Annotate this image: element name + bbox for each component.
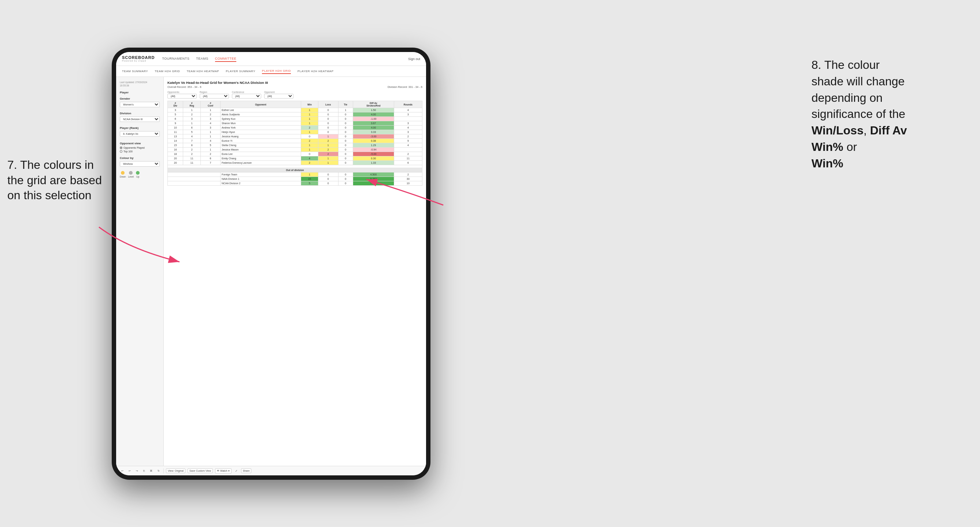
- colour-by-title: Colour by: [120, 156, 160, 160]
- table-row: 1063 Andrea York 2 0 0 4.00 4: [168, 125, 422, 130]
- filter-region: Region (All): [200, 91, 229, 98]
- right-panel: Katelyn Vo Head-to-Head Grid for Women's…: [164, 77, 426, 466]
- sub-nav-player-h2h-grid[interactable]: PLAYER H2H GRID: [262, 68, 291, 74]
- col-rounds: Rounds: [394, 101, 422, 108]
- table-row: 1341 Jessica Huang 0 1 0 -3.00 2: [168, 134, 422, 139]
- nav-sign-out[interactable]: Sign out: [408, 57, 420, 61]
- filters-row: Opponents: (All) Region (All) Conference: [167, 91, 422, 98]
- annotation-left: 7. The colours in the grid are based on …: [7, 157, 103, 203]
- sub-nav-player-summary[interactable]: PLAYER SUMMARY: [226, 69, 255, 74]
- toolbar-divider-1: [163, 468, 164, 473]
- opponent-filter-select[interactable]: (All): [264, 94, 293, 98]
- bottom-toolbar: ↩ ↩ ↪ ⎘ ⌘ ↻ View: Original Save Custom V…: [116, 466, 426, 475]
- player-rank-label: Player (Rank): [120, 126, 160, 130]
- table-row: 1822 Euna Lee 0 2 0 -5.00 2: [168, 152, 422, 156]
- last-updated: Last Updated: 27/03/2024 16:55:38: [120, 81, 160, 87]
- table-row: Foreign Team 1 0 0 4.500 2: [168, 173, 422, 177]
- opponent-view-radio-group: Opponents Played Top 100: [120, 146, 160, 153]
- radio-dot-top100: [120, 150, 123, 153]
- division-label: Division: [120, 112, 160, 115]
- annotation-right: 8. The colour shade will change dependin…: [811, 57, 958, 172]
- legend-dot-level: [129, 171, 133, 175]
- table-row: NAIA Division 1 15 0 0 9.267 30: [168, 177, 422, 181]
- table-row: 1621 Jessica Mason 1 2 0 -0.94: [168, 148, 422, 152]
- division-select[interactable]: NCAA Division III: [120, 116, 160, 122]
- col-tie: Tie: [338, 101, 353, 108]
- nav-teams[interactable]: TEAMS: [196, 56, 208, 62]
- col-reg: #Reg: [183, 101, 201, 108]
- sub-nav-team-summary[interactable]: TEAM SUMMARY: [122, 69, 148, 74]
- legend-dot-down: [121, 171, 124, 175]
- gender-select[interactable]: Women's: [120, 102, 160, 107]
- out-of-division-header: Out of division: [168, 168, 422, 173]
- table-row: 20117 Federica Domecq Lacroze 2 1 0 1.33…: [168, 161, 422, 165]
- filter-opponents: Opponents: (All): [167, 91, 197, 98]
- table-row: 20116 Emily Chang 4 1 0 0.30 11: [168, 156, 422, 161]
- nav-items: TOURNAMENTS TEAMS COMMITTEE: [162, 56, 408, 62]
- logo: SCOREBOARD Powered by clippd: [122, 55, 154, 62]
- col-div: #Div: [168, 101, 183, 108]
- col-opponent: Opponent: [220, 101, 301, 108]
- opponent-view-title: Opponent view: [120, 142, 160, 145]
- opponents-played-radio[interactable]: Opponents Played: [120, 146, 160, 149]
- opponents-filter-select[interactable]: (All): [167, 94, 197, 98]
- region-filter-select[interactable]: (All): [200, 94, 229, 98]
- refresh-btn[interactable]: ↻: [156, 469, 161, 473]
- nav-bar: SCOREBOARD Powered by clippd TOURNAMENTS…: [116, 52, 426, 66]
- redo-btn[interactable]: ↩: [127, 469, 132, 473]
- legend-down: Down: [120, 171, 126, 178]
- tablet-screen: SCOREBOARD Powered by clippd TOURNAMENTS…: [116, 52, 426, 475]
- share-btn[interactable]: Share: [241, 468, 252, 473]
- col-win: Win: [301, 101, 318, 108]
- nav-right: Sign out: [408, 57, 420, 61]
- grid-title: Katelyn Vo Head-to-Head Grid for Women's…: [167, 81, 422, 84]
- division-record: Division Record: 331 - 34 - 6: [388, 85, 422, 89]
- table-row: 1585 Stella Cheng 1 1 0 1.29 4: [168, 143, 422, 148]
- table-row: 522 Alexis Sudjianto 1 0 0 4.00 3: [168, 113, 422, 117]
- legend-dot-up: [136, 171, 140, 175]
- table-row: 1151 Heejo Hyun 1 0 0 3.33 3: [168, 130, 422, 134]
- nav-committee[interactable]: COMMITTEE: [215, 56, 237, 62]
- share-icon-btn[interactable]: ⤢: [234, 469, 239, 473]
- table-row: 1474 Eunice Yi 2 2 0 0.38 9: [168, 139, 422, 143]
- col-loss: Loss: [318, 101, 338, 108]
- copy-btn[interactable]: ⎘: [142, 469, 146, 473]
- col-conf: #Conf: [200, 101, 220, 108]
- col-diff: Diff AvStrokes/Rnd: [353, 101, 394, 108]
- player-rank-select[interactable]: 8. Katelyn Vo: [120, 131, 160, 137]
- paste-btn[interactable]: ⌘: [148, 469, 154, 473]
- tablet-device: SCOREBOARD Powered by clippd TOURNAMENTS…: [112, 48, 431, 480]
- legend-level: Level: [128, 171, 134, 178]
- sub-nav-team-h2h-heatmap[interactable]: TEAM H2H HEATMAP: [186, 69, 219, 74]
- gender-label: Gender: [120, 97, 160, 100]
- table-row: 311 Esther Lee 1 0 1 1.50 4: [168, 108, 422, 113]
- undo-btn[interactable]: ↩: [120, 469, 125, 473]
- player-section-title: Player: [120, 91, 160, 94]
- sub-nav: TEAM SUMMARY TEAM H2H GRID TEAM H2H HEAT…: [116, 66, 426, 77]
- table-row-empty: [168, 165, 422, 168]
- main-content: Last Updated: 27/03/2024 16:55:38 Player…: [116, 77, 426, 466]
- table-row: 633 Sydney Kuo 1 0 0 -1.00: [168, 117, 422, 121]
- sub-nav-team-h2h-grid[interactable]: TEAM H2H GRID: [154, 69, 180, 74]
- filter-conference: Conference (All): [232, 91, 261, 98]
- conference-filter-select[interactable]: (All): [232, 94, 261, 98]
- table-row: NCAA Division 2 5 0 0 7.400 10: [168, 181, 422, 186]
- redo2-btn[interactable]: ↪: [134, 469, 140, 473]
- overall-record: Overall Record: 353 - 34 - 6: [167, 85, 202, 89]
- table-row: 914 Sharon Mun 1 0 0 3.67 3: [168, 121, 422, 125]
- view-original-btn[interactable]: View: Original: [166, 468, 185, 473]
- legend-up: Up: [136, 171, 140, 178]
- save-custom-btn[interactable]: Save Custom View: [188, 468, 213, 473]
- top-100-radio[interactable]: Top 100: [120, 150, 160, 153]
- watch-btn[interactable]: 👁 Watch ▾: [215, 468, 232, 473]
- h2h-table: #Div #Reg #Conf Opponent Win Loss Tie Di…: [167, 101, 422, 186]
- filter-opponent: Opponent (All): [264, 91, 293, 98]
- left-panel: Last Updated: 27/03/2024 16:55:38 Player…: [116, 77, 164, 466]
- sub-nav-player-h2h-heatmap[interactable]: PLAYER H2H HEATMAP: [298, 69, 334, 74]
- colour-by-select[interactable]: Win/loss: [120, 161, 160, 167]
- nav-tournaments[interactable]: TOURNAMENTS: [162, 56, 189, 62]
- radio-dot-opponents: [120, 146, 123, 149]
- legend: Down Level Up: [120, 171, 160, 178]
- grid-subtitle: Overall Record: 353 - 34 - 6 Division Re…: [167, 85, 422, 89]
